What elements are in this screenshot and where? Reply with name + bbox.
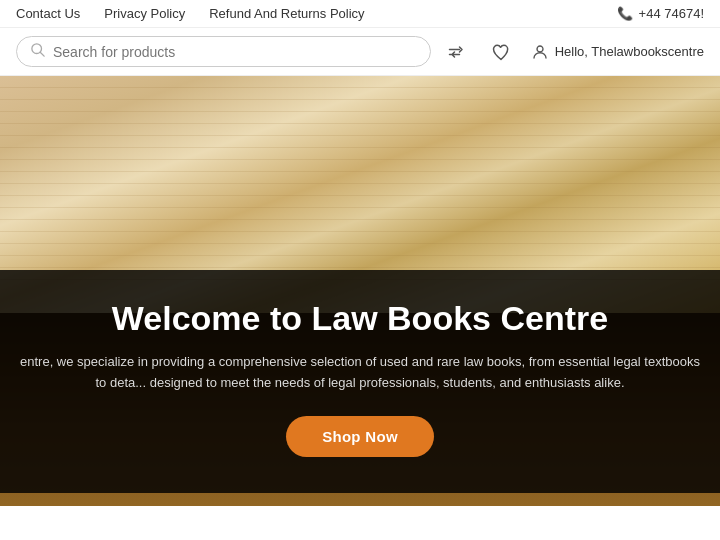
user-greeting[interactable]: Hello, Thelawbookscentre [531, 43, 704, 61]
search-actions: Hello, Thelawbookscentre [443, 38, 704, 66]
search-box-wrapper [16, 36, 431, 67]
phone-number: +44 74674! [639, 6, 704, 21]
search-input[interactable] [53, 44, 416, 60]
shop-now-button[interactable]: Shop Now [286, 416, 434, 457]
search-icon [31, 43, 45, 60]
top-bar: Contact Us Privacy Policy Refund And Ret… [0, 0, 720, 28]
search-row: Hello, Thelawbookscentre [0, 28, 720, 76]
svg-line-1 [40, 52, 44, 56]
shuffle-button[interactable] [443, 38, 471, 66]
contact-us-link[interactable]: Contact Us [16, 6, 80, 21]
top-bar-right: 📞 +44 74674! [617, 6, 704, 21]
refund-policy-link[interactable]: Refund And Returns Policy [209, 6, 364, 21]
hero-text-band: Welcome to Law Books Centre entre, we sp… [0, 270, 720, 493]
user-greeting-text: Hello, Thelawbookscentre [555, 44, 704, 59]
top-bar-links: Contact Us Privacy Policy Refund And Ret… [16, 6, 365, 21]
svg-point-2 [537, 46, 543, 52]
wishlist-button[interactable] [487, 38, 515, 66]
user-icon [531, 43, 549, 61]
hero-section: Welcome to Law Books Centre entre, we sp… [0, 76, 720, 506]
hero-title: Welcome to Law Books Centre [20, 298, 700, 339]
phone-icon: 📞 [617, 6, 633, 21]
hero-description: entre, we specialize in providing a comp… [20, 352, 700, 394]
privacy-policy-link[interactable]: Privacy Policy [104, 6, 185, 21]
